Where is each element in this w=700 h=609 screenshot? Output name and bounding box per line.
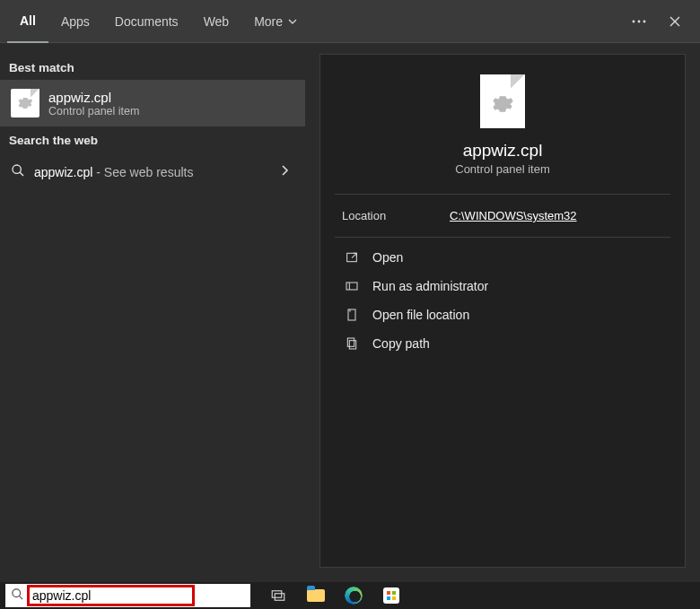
results-left-column: Best match appwiz.cpl Control panel item…: [0, 43, 305, 582]
preview-subtitle: Control panel item: [338, 162, 667, 176]
shield-icon: [344, 279, 360, 293]
action-open[interactable]: Open: [340, 243, 665, 272]
copy-icon: [344, 336, 360, 351]
search-input[interactable]: [32, 588, 189, 603]
close-icon[interactable]: [657, 15, 693, 28]
svg-point-2: [643, 20, 646, 22]
svg-rect-13: [275, 594, 284, 601]
search-icon: [11, 587, 24, 605]
tab-more-label: More: [254, 14, 283, 29]
more-options-icon[interactable]: [621, 20, 657, 23]
taskbar: [0, 582, 700, 609]
gear-icon: [17, 95, 33, 115]
gear-icon: [491, 92, 514, 119]
open-icon: [344, 250, 360, 265]
chevron-right-icon: [280, 164, 294, 179]
svg-point-3: [13, 165, 21, 173]
best-match-item[interactable]: appwiz.cpl Control panel item: [0, 80, 305, 126]
tab-documents[interactable]: Documents: [102, 0, 191, 42]
web-result-item[interactable]: appwiz.cpl - See web results: [0, 152, 305, 191]
search-web-section-label: Search the web: [0, 126, 305, 152]
svg-point-0: [633, 20, 635, 22]
svg-line-11: [19, 596, 22, 599]
windows-search-panel: All Apps Documents Web More Best match: [0, 0, 700, 582]
preview-actions: Open Run as administrator Open file loca…: [338, 238, 667, 363]
search-tabs: All Apps Documents Web More: [0, 0, 700, 43]
svg-rect-8: [347, 338, 354, 346]
preview-card: appwiz.cpl Control panel item Location C…: [319, 54, 686, 568]
svg-rect-7: [348, 309, 355, 320]
best-match-subtitle: Control panel item: [48, 105, 139, 117]
search-icon: [11, 163, 25, 180]
action-run-admin-label: Run as administrator: [372, 279, 488, 293]
results-right-column: appwiz.cpl Control panel item Location C…: [305, 43, 700, 582]
preview-file-icon: [480, 74, 525, 128]
svg-rect-6: [346, 283, 357, 290]
tab-more[interactable]: More: [241, 0, 310, 42]
folder-icon: [344, 308, 360, 322]
action-open-location-label: Open file location: [372, 308, 469, 322]
tab-apps[interactable]: Apps: [48, 0, 102, 42]
chevron-down-icon: [288, 14, 297, 29]
task-view-icon[interactable]: [268, 586, 288, 605]
action-open-label: Open: [372, 250, 403, 265]
svg-rect-12: [272, 591, 282, 598]
svg-point-1: [638, 20, 641, 22]
action-run-admin[interactable]: Run as administrator: [340, 272, 665, 300]
action-copy-path[interactable]: Copy path: [340, 329, 665, 358]
svg-line-4: [20, 172, 23, 176]
taskbar-icons: [268, 586, 401, 605]
search-input-highlight: [27, 585, 195, 606]
svg-rect-9: [349, 341, 355, 349]
action-open-location[interactable]: Open file location: [340, 300, 665, 329]
svg-point-10: [13, 588, 21, 596]
taskbar-search-box[interactable]: [5, 584, 250, 607]
edge-icon[interactable]: [344, 586, 363, 605]
web-result-tail: - See web results: [92, 165, 193, 179]
location-value-link[interactable]: C:\WINDOWS\system32: [450, 209, 577, 222]
web-result-term: appwiz.cpl: [34, 165, 92, 179]
preview-location-row: Location C:\WINDOWS\system32: [338, 195, 667, 237]
microsoft-store-icon[interactable]: [381, 586, 401, 605]
best-match-title: appwiz.cpl: [48, 90, 139, 105]
cpl-file-icon: [11, 89, 39, 117]
file-explorer-icon[interactable]: [306, 586, 326, 605]
preview-title: appwiz.cpl: [338, 141, 667, 161]
action-copy-path-label: Copy path: [372, 336, 430, 351]
location-label: Location: [342, 209, 414, 222]
tab-all[interactable]: All: [7, 1, 48, 43]
best-match-section-label: Best match: [0, 54, 305, 80]
tab-web[interactable]: Web: [191, 0, 242, 42]
